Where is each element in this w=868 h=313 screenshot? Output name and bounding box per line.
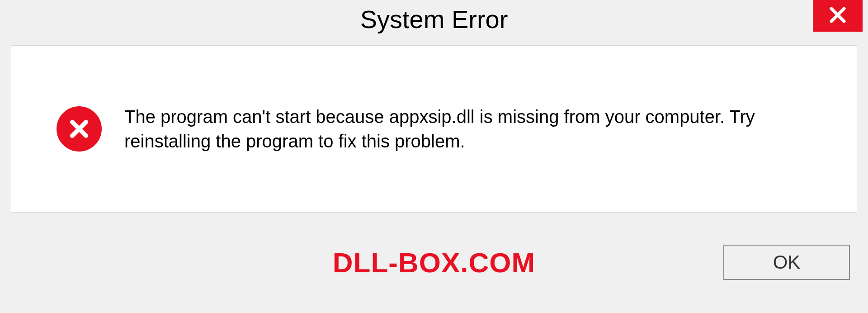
watermark-text: DLL-BOX.COM [333, 247, 535, 279]
dialog-footer: DLL-BOX.COM OK [0, 213, 868, 294]
close-icon [828, 5, 847, 26]
error-message: The program can't start because appxsip.… [124, 104, 802, 153]
ok-button[interactable]: OK [723, 245, 850, 280]
title-bar: System Error [0, 0, 868, 41]
close-button[interactable] [813, 0, 863, 32]
content-panel: The program can't start because appxsip.… [11, 45, 857, 213]
error-icon [57, 106, 102, 152]
error-icon-container [57, 106, 102, 152]
dialog-title: System Error [360, 5, 508, 34]
